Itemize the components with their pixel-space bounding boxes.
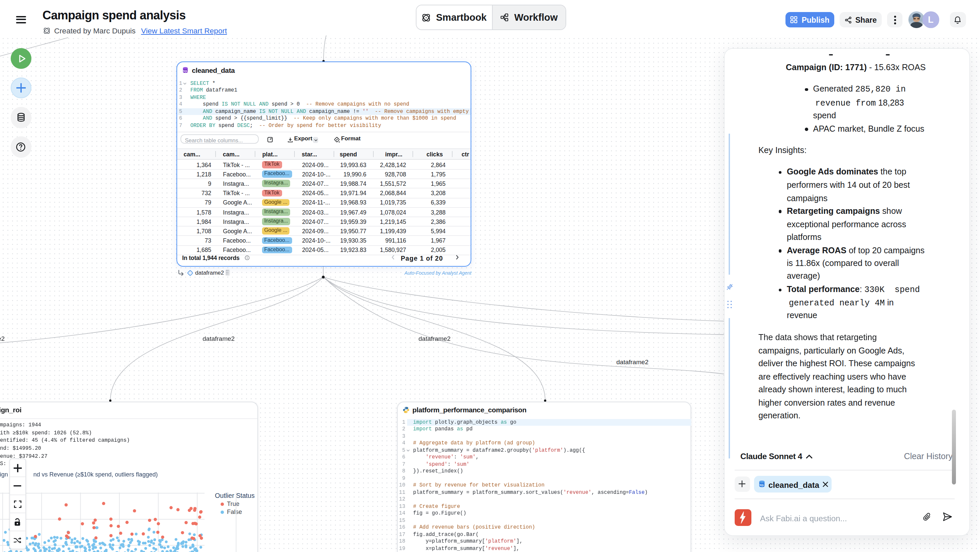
svg-text:SQL: SQL bbox=[183, 70, 187, 72]
svg-text:SQL: SQL bbox=[760, 484, 764, 487]
